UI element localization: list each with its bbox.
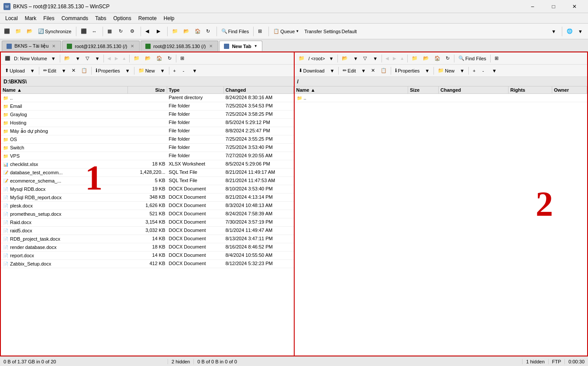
right-new-btn[interactable]: 📁 New [436, 66, 457, 76]
toolbar-icon-globe[interactable]: 🌐 [564, 25, 575, 38]
left-file-row[interactable]: 📁Máy ảo dự phòng File folder 8/8/2024 2:… [1, 127, 294, 135]
left-file-row[interactable]: 📊checklist.xlsx 18 KB XLSX Worksheet 8/5… [1, 160, 294, 169]
toolbar-icon9[interactable]: ◀ [143, 25, 154, 38]
left-folder-btn2[interactable]: ▼ [73, 54, 83, 63]
right-btn3[interactable]: 📁 [409, 54, 420, 63]
tab-root2-close[interactable]: ✕ [208, 44, 213, 48]
left-file-row[interactable]: 📁Switch File folder 7/25/2024 3:53:40 PM [1, 144, 294, 152]
menu-options[interactable]: Options [110, 14, 134, 22]
download-dropdown[interactable]: ▼ [327, 66, 337, 76]
left-folder-open[interactable]: 📂 [62, 54, 72, 63]
right-refresh-btn[interactable]: ↻ [444, 54, 452, 63]
drive-dropdown[interactable]: ▼ [49, 54, 58, 63]
right-down-btn[interactable]: ▼ [490, 66, 499, 76]
toolbar-icon1[interactable]: ⬛ [2, 25, 12, 38]
left-file-row[interactable]: 📄plesk.docx 1,626 KB DOCX Document 8/3/2… [1, 202, 294, 210]
menu-help[interactable]: Help [160, 14, 178, 22]
right-edit-dropdown[interactable]: ▼ [359, 66, 368, 76]
right-find-btn[interactable]: 🔍 Find Files [456, 54, 488, 63]
menu-mark[interactable]: Mark [21, 14, 40, 22]
menu-commands[interactable]: Commands [58, 14, 92, 22]
right-file-list[interactable]: Name ▲ Size Changed Rights Owner 📁.. [295, 86, 588, 356]
left-new-folder-btn[interactable]: 📁 New [136, 66, 157, 76]
right-delete-btn[interactable]: ✕ [369, 66, 378, 76]
right-btn4[interactable]: 📂 [421, 54, 431, 63]
left-filter-btn2[interactable]: ▼ [93, 54, 102, 63]
toolbar-dropdown-right[interactable]: ▼ [549, 25, 560, 38]
right-btn5[interactable]: ⊞ [492, 54, 501, 63]
left-file-row[interactable]: 📁.. Parent directory 8/24/2024 8:30:16 A… [1, 94, 294, 102]
tab-root1[interactable]: root@192.168.35.130 (/) ✕ [62, 41, 140, 51]
right-home-btn[interactable]: 🏠 [432, 54, 443, 63]
menu-remote[interactable]: Remote [135, 14, 160, 22]
right-properties-btn[interactable]: ℹ Properties [393, 66, 422, 76]
left-file-row[interactable]: 📁Email File folder 7/25/2024 3:54:53 PM [1, 102, 294, 110]
maximize-button[interactable]: □ [543, 0, 564, 13]
left-back-btn[interactable]: ⬛ [3, 54, 12, 63]
right-folder-dropdown[interactable]: ▼ [351, 54, 360, 63]
toolbar-icon8[interactable]: ⚙ [128, 25, 138, 38]
left-copy-btn[interactable]: 📋 [79, 66, 89, 76]
toolbar-icon13[interactable]: 🏠 [193, 25, 203, 38]
menu-local[interactable]: Local [2, 14, 21, 22]
close-button[interactable]: ✕ [564, 0, 585, 13]
left-file-row[interactable]: 📄render database.docx 18 KB DOCX Documen… [1, 243, 294, 252]
minimize-button[interactable]: – [523, 0, 543, 13]
left-file-row[interactable]: 📄Mysql RDB.docx 19 KB DOCX Document 8/10… [1, 185, 294, 193]
tab-bkns[interactable]: BKNS – Tài liệu ✕ [2, 41, 61, 51]
menu-files[interactable]: Files [40, 14, 58, 22]
left-btn3[interactable]: 📁 [131, 54, 142, 63]
right-nav-up[interactable]: ▲ [399, 55, 406, 62]
right-nav-back[interactable]: ◀ [384, 55, 391, 62]
right-add-btn[interactable]: + [471, 66, 479, 76]
left-props-dropdown[interactable]: ▼ [123, 66, 132, 76]
left-delete-btn[interactable]: ✕ [69, 66, 78, 76]
right-new-dropdown[interactable]: ▼ [457, 66, 467, 76]
right-folder-btn[interactable]: 📂 [340, 54, 350, 63]
left-home-btn[interactable]: 🏠 [154, 54, 165, 63]
left-refresh-btn[interactable]: ↻ [165, 54, 174, 63]
toolbar-icon11[interactable]: 📁 [170, 25, 180, 38]
left-btn5[interactable]: ⊞ [178, 54, 187, 63]
right-props-dropdown[interactable]: ▼ [423, 66, 432, 76]
tab-newtab[interactable]: New Tab ▼ [219, 41, 262, 51]
left-filter-btn[interactable]: ▽ [83, 54, 92, 63]
left-file-row[interactable]: 📄Raid.docx 3,154 KB DOCX Document 7/30/2… [1, 218, 294, 227]
left-file-row[interactable]: 📁OS File folder 7/25/2024 3:55:25 PM [1, 135, 294, 144]
left-new-dropdown[interactable]: ▼ [158, 66, 167, 76]
left-nav-back[interactable]: ◀ [106, 55, 113, 62]
toolbar-icon-globe2[interactable]: ▼ [576, 25, 586, 38]
left-file-row[interactable]: 📁Hosting File folder 8/5/2024 5:29:12 PM [1, 119, 294, 127]
right-edit-btn[interactable]: ✏ Edit [340, 66, 358, 76]
tab-root1-close[interactable]: ✕ [130, 44, 135, 48]
left-file-row[interactable]: 📄RDB_project_task.docx 14 KB DOCX Docume… [1, 235, 294, 243]
toolbar-icon6[interactable]: ▦ [105, 25, 116, 38]
tab-root2[interactable]: root@192.168.35.130 (/) ✕ [141, 41, 218, 51]
upload-dropdown[interactable]: ▼ [28, 66, 37, 76]
find-files-button[interactable]: 🔍 Find Files [219, 25, 251, 38]
left-file-row[interactable]: 📄prometheus_setup.docx 521 KB DOCX Docum… [1, 210, 294, 218]
left-properties-btn[interactable]: ℹ Properties [93, 66, 122, 76]
left-down-btn[interactable]: ▼ [190, 66, 199, 76]
tab-bkns-close[interactable]: ✕ [51, 44, 56, 48]
download-btn[interactable]: ⬇ Download [296, 66, 327, 76]
left-file-row[interactable]: 📄Zabbix_Setup.docx 412 KB DOCX Document … [1, 260, 294, 268]
toolbar-icon5[interactable]: ↔ [90, 25, 100, 38]
menu-tabs[interactable]: Tabs [92, 14, 110, 22]
toolbar-icon12[interactable]: 📂 [181, 25, 192, 38]
left-file-row[interactable]: 📄raid5.docx 3,032 KB DOCX Document 8/1/2… [1, 227, 294, 235]
left-minus-btn[interactable]: - [181, 66, 189, 76]
toolbar-icon3[interactable]: 📂 [24, 25, 35, 38]
left-add-btn[interactable]: + [171, 66, 180, 76]
toolbar-icon14[interactable]: ↻ [204, 25, 214, 38]
toolbar-icon15[interactable]: ⊞ [256, 25, 266, 38]
toolbar-icon2[interactable]: 📁 [13, 25, 24, 38]
toolbar-icon7[interactable]: ↻ [117, 25, 127, 38]
left-file-row[interactable]: 📄report.docx 14 KB DOCX Document 8/4/202… [1, 252, 294, 260]
toolbar-icon10[interactable]: ▶ [155, 25, 165, 38]
left-edit-dropdown[interactable]: ▼ [59, 66, 69, 76]
queue-dropdown[interactable]: 📋 Queue ▼ [271, 25, 301, 38]
right-btn1[interactable]: 📁 [296, 54, 307, 63]
left-file-row[interactable]: 📁Graylog File folder 7/25/2024 3:58:25 P… [1, 110, 294, 119]
left-file-row[interactable]: 📝database_test_ecomm... 1,428,220... SQL… [1, 169, 294, 177]
